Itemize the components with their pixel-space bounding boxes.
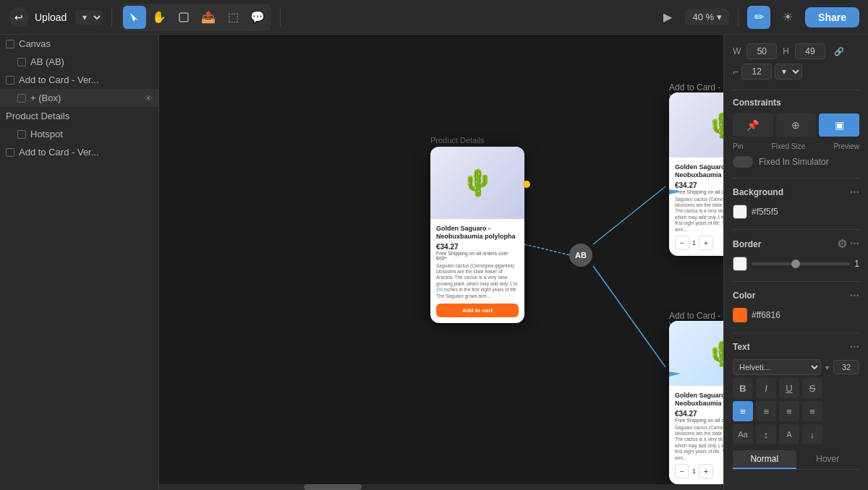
svg-rect-0 xyxy=(179,13,188,22)
checkbox-box[interactable] xyxy=(17,94,26,103)
svg-line-2 xyxy=(593,186,665,244)
card-b-price: €34.27 xyxy=(675,410,723,418)
horizontal-scrollbar[interactable] xyxy=(159,484,723,490)
zoom-value: 40 % xyxy=(692,12,714,22)
background-title: Background ··· xyxy=(733,186,859,199)
edit-mode-btn[interactable]: ✏ xyxy=(747,6,770,29)
card-a-qty-plus[interactable]: + xyxy=(699,236,713,250)
font-row: Helveti... ▾ xyxy=(733,359,859,375)
h-label: H xyxy=(783,46,789,56)
text-overflow-button[interactable]: ↓ xyxy=(802,424,822,444)
border-gear-icon[interactable]: ⚙ xyxy=(837,237,847,251)
card-a-qty-minus[interactable]: − xyxy=(675,236,689,250)
corner-input[interactable] xyxy=(741,64,772,79)
w-input[interactable] xyxy=(746,43,777,59)
sidebar-label-canvas: Canvas xyxy=(19,38,51,49)
tab-normal[interactable]: Normal xyxy=(733,450,796,469)
canvas-area: Product Details 🌵 Golden Saguaro - Neobu… xyxy=(159,35,723,490)
tool-group-left: ✋ 📤 ⬚ 💬 xyxy=(121,4,271,31)
sidebar-item-add-to-card-bottom[interactable]: Add to Card - Ver... xyxy=(0,143,158,161)
text-more-icon[interactable]: ··· xyxy=(850,340,859,353)
align-left-button[interactable]: ≡ xyxy=(733,401,753,421)
tool-select[interactable] xyxy=(123,6,146,29)
card-a-body: Golden Saguaro - Neobuxbaumia polylopha … xyxy=(669,158,723,256)
align-center-button[interactable]: ≡ xyxy=(756,401,776,421)
share-button[interactable]: Share xyxy=(805,7,859,27)
color-swatch[interactable] xyxy=(733,308,747,322)
h-input[interactable] xyxy=(795,43,825,59)
checkbox-hotspot[interactable] xyxy=(17,130,26,139)
bold-button[interactable]: B xyxy=(733,378,753,398)
font-size-input[interactable] xyxy=(833,360,859,374)
card-b-qty-val: 1 xyxy=(692,468,696,475)
border-label: Border xyxy=(733,239,761,249)
text-transform-button[interactable]: Aa xyxy=(733,424,753,444)
checkbox-add-top[interactable] xyxy=(6,76,14,85)
constraint-fixed-size[interactable]: ▣ xyxy=(819,113,859,137)
align-right-button[interactable]: ≡ xyxy=(779,401,799,421)
project-dropdown[interactable]: ▾ xyxy=(75,10,103,25)
card-b-qty-minus[interactable]: − xyxy=(675,464,689,478)
font-select[interactable]: Helveti... xyxy=(733,359,821,375)
color-section: Color ··· #ff6816 xyxy=(733,289,859,322)
underline-button[interactable]: U xyxy=(779,378,799,398)
tool-flow[interactable]: ▶ xyxy=(656,6,679,29)
theme-btn[interactable]: ☀ xyxy=(776,6,799,29)
sidebar-item-product-details[interactable]: Product Details xyxy=(0,107,158,125)
tool-hand[interactable]: ✋ xyxy=(148,6,171,29)
zoom-control[interactable]: 40 % ▾ xyxy=(685,9,729,25)
background-more-icon[interactable]: ··· xyxy=(850,186,859,199)
checkbox-canvas[interactable] xyxy=(6,40,14,48)
border-more-icon[interactable]: ··· xyxy=(850,237,859,251)
link-dimensions-btn[interactable]: 🔗 xyxy=(831,43,847,59)
tool-layout[interactable]: ⬚ xyxy=(221,6,244,29)
sidebar-item-box[interactable]: + (Box) 👁 xyxy=(0,89,158,107)
card-b-qty-plus[interactable]: + xyxy=(699,464,713,478)
tool-export[interactable]: 📤 xyxy=(197,6,220,29)
eye-icon[interactable]: 👁 xyxy=(145,94,153,103)
constraints-label: Constraints xyxy=(733,98,781,108)
text-title: Text ··· xyxy=(733,340,859,353)
corner-select[interactable]: ▾ xyxy=(775,64,802,79)
sidebar-item-hotspot[interactable]: Hotspot xyxy=(0,125,158,143)
background-color-swatch[interactable] xyxy=(733,205,747,219)
left-panel: Canvas AB (AB) Add to Card - Ver... + (B… xyxy=(0,35,159,490)
tab-hover[interactable]: Hover xyxy=(796,450,860,469)
font-chevron: ▾ xyxy=(825,364,829,371)
tool-frame[interactable] xyxy=(172,6,195,29)
card-a-qty-row: − 1 + xyxy=(675,236,723,250)
text-style-button[interactable]: A xyxy=(779,424,799,444)
text-format-row: B I U S xyxy=(733,378,859,398)
border-color-swatch[interactable] xyxy=(733,257,747,271)
sidebar-label-product-details: Product Details xyxy=(6,111,69,121)
divider-3 xyxy=(733,229,859,230)
arrow-a xyxy=(669,186,684,197)
sidebar-label-add-top: Add to Card - Ver... xyxy=(19,74,99,85)
svg-line-3 xyxy=(593,266,665,367)
sidebar-item-ab[interactable]: AB (AB) xyxy=(0,53,158,71)
sidebar-item-canvas[interactable]: Canvas xyxy=(0,35,158,53)
strikethrough-button[interactable]: S xyxy=(802,378,822,398)
center-icon: ⊕ xyxy=(791,119,800,131)
checkbox-ab[interactable] xyxy=(17,58,26,66)
fixed-sim-toggle[interactable] xyxy=(733,156,753,168)
wh-section: W H 🔗 ⌐ ▾ xyxy=(733,43,859,79)
color-more-icon[interactable]: ··· xyxy=(850,289,859,302)
constraint-center[interactable]: ⊕ xyxy=(776,113,817,137)
tool-comment[interactable]: 💬 xyxy=(246,6,269,29)
align-justify-button[interactable]: ≡ xyxy=(802,401,822,421)
italic-button[interactable]: I xyxy=(756,378,776,398)
add-to-cart-button[interactable]: Add to cart xyxy=(436,304,519,317)
scrollbar-thumb[interactable] xyxy=(304,484,362,490)
constraints-title: Constraints xyxy=(733,98,859,108)
line-height-button[interactable]: ↕ xyxy=(756,424,776,444)
sidebar-item-add-to-card-top[interactable]: Add to Card - Ver... xyxy=(0,71,158,89)
border-slider[interactable] xyxy=(752,262,850,265)
constraint-pin[interactable]: 📌 xyxy=(733,113,773,137)
card-a-qty-val: 1 xyxy=(692,239,696,246)
divider3 xyxy=(738,9,739,26)
divider xyxy=(111,9,112,26)
fixed-sim-row: Fixed In Simulator xyxy=(733,156,859,168)
checkbox-add-bottom[interactable] xyxy=(6,148,14,157)
card-a-title: Golden Saguaro - Neobuxbaumia polylopha xyxy=(675,163,723,179)
